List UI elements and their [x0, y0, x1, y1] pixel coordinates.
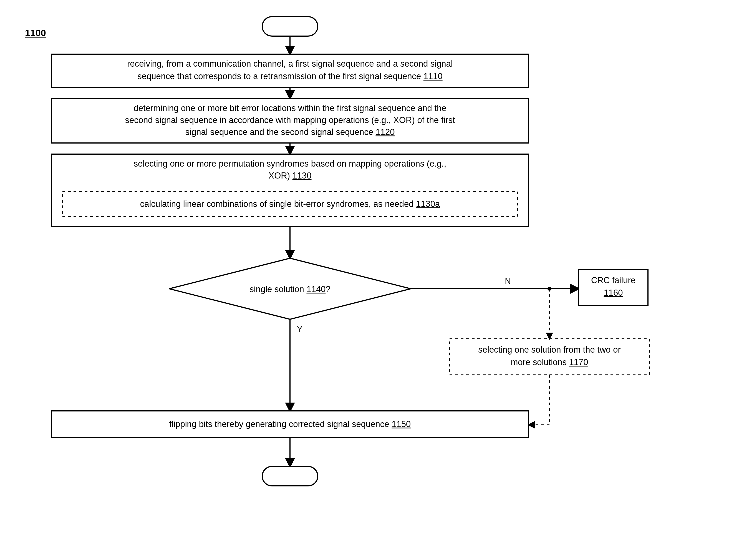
decision-1140-post: ?	[326, 284, 330, 294]
svg-text:sequence that corresponds to a: sequence that corresponds to a retransmi…	[137, 71, 442, 81]
flowchart: 1100 receiving, from a communication cha…	[0, 0, 729, 560]
step-1160-ref: 1160	[604, 288, 623, 298]
step-1120: determining one or more bit error locati…	[51, 99, 529, 143]
step-1130a-ref: 1130a	[416, 199, 440, 209]
step-1120-line3: signal sequence and the second signal se…	[185, 127, 376, 137]
svg-text:1160: 1160	[604, 288, 623, 298]
edge-yes-label: Y	[297, 324, 303, 333]
step-1110-line2: sequence that corresponds to a retransmi…	[137, 71, 423, 81]
end-terminator	[262, 466, 318, 486]
step-1120-line1: determining one or more bit error locati…	[134, 103, 446, 113]
step-1170: selecting one solution from the two or m…	[449, 339, 649, 375]
decision-1140-pre: single solution	[250, 284, 307, 294]
decision-1140-ref: 1140	[307, 284, 326, 294]
step-1170-line1: selecting one solution from the two or	[478, 345, 621, 355]
step-1130-line2: XOR)	[268, 171, 292, 180]
step-1130: selecting one or more permutation syndro…	[51, 154, 529, 226]
svg-text:XOR) 1130: XOR) 1130	[268, 171, 312, 180]
svg-text:signal sequence and the second: signal sequence and the second signal se…	[185, 127, 395, 137]
svg-rect-11	[449, 339, 649, 375]
step-1110-line1: receiving, from a communication channel,…	[127, 59, 453, 69]
step-1150-line: flipping bits thereby generating correct…	[169, 419, 391, 429]
step-1160: CRC failure 1160	[579, 269, 648, 305]
svg-rect-9	[579, 269, 648, 305]
step-1150-ref: 1150	[391, 419, 411, 429]
start-terminator	[262, 17, 318, 36]
svg-text:more solutions 1170: more solutions 1170	[511, 357, 588, 367]
connector-dashed-to-1150	[529, 375, 549, 425]
step-1150: flipping bits thereby generating correct…	[51, 411, 529, 437]
figure-number: 1100	[25, 27, 46, 38]
decision-1140: single solution 1140?	[169, 258, 411, 319]
step-1130-ref: 1130	[293, 171, 312, 180]
svg-text:single solution 1140?: single solution 1140?	[250, 284, 330, 294]
step-1170-line2: more solutions	[511, 357, 569, 367]
step-1110-ref: 1110	[423, 71, 442, 81]
step-1170-ref: 1170	[569, 357, 588, 367]
step-1110: receiving, from a communication channel,…	[51, 54, 529, 87]
step-1130a-line: calculating linear combinations of singl…	[140, 199, 416, 209]
svg-text:calculating linear combination: calculating linear combinations of singl…	[140, 199, 440, 209]
edge-no-label: N	[505, 276, 511, 285]
step-1130-line1: selecting one or more permutation syndro…	[134, 159, 446, 169]
step-1120-ref: 1120	[375, 127, 394, 137]
step-1160-line1: CRC failure	[591, 275, 635, 285]
step-1120-line2: second signal sequence in accordance wit…	[125, 115, 455, 125]
svg-text:flipping bits thereby generati: flipping bits thereby generating correct…	[169, 419, 411, 429]
